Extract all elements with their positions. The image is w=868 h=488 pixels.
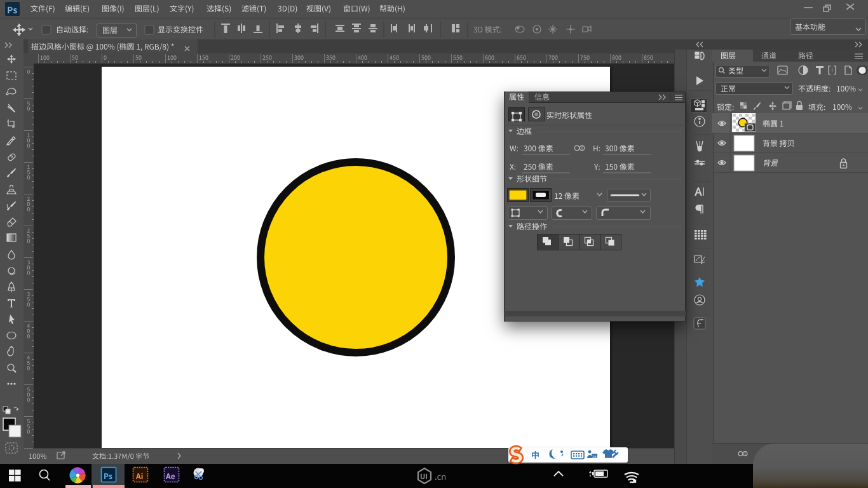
svg-text:24: 24 xyxy=(592,455,597,459)
